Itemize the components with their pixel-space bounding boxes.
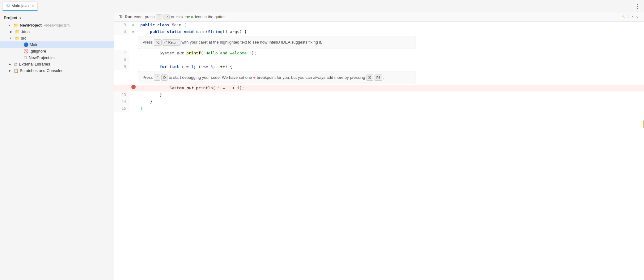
code-content-bp: System.out.println("i = " + i); xyxy=(138,85,644,91)
code-line-8: 8 xyxy=(114,57,644,63)
main-label: Main xyxy=(30,42,38,47)
code-line-15: 15 } xyxy=(114,105,644,112)
key-option: ⌥ xyxy=(154,39,162,46)
gutter-bp[interactable] xyxy=(129,85,138,89)
code-line-3: 3 ▶ public class Main { xyxy=(114,22,644,28)
project-header[interactable]: Project ∨ xyxy=(0,14,114,22)
java-icon-main: 🔵 xyxy=(23,42,28,47)
run-arrow-3[interactable]: ▶ xyxy=(133,22,135,28)
key-d: D xyxy=(161,74,167,81)
code-line-13: 13 } xyxy=(114,91,644,98)
sidebar-item-newproject[interactable]: ▾ 📁 NewProject ~/IdeaProjects/N... xyxy=(0,22,114,28)
code-content-15: } xyxy=(138,105,644,112)
line-num-8: 8 xyxy=(114,57,129,63)
code-line-14: 14 } xyxy=(114,98,644,105)
code-lines: 3 ▶ public class Main { 4 ▶ public stati… xyxy=(114,22,644,112)
sidebar-item-gitignore[interactable]: 🚫 .gitignore xyxy=(0,48,114,54)
newproject-label: NewProject xyxy=(20,23,42,28)
code-line-9: 9 for (int i = 1; i <= 5; i++) { xyxy=(114,63,644,70)
code-content-13: } xyxy=(138,91,644,98)
project-label: Project xyxy=(4,15,17,20)
tab-close-button[interactable]: × xyxy=(32,4,34,8)
hint-to: To xyxy=(119,15,124,19)
key-return: ⏎ Return xyxy=(163,39,180,46)
chevron-extlibs: ▶ xyxy=(9,62,12,66)
r-label: R xyxy=(165,15,168,19)
ctrl-symbol: ⌃ xyxy=(158,15,160,19)
line-num-3: 3 xyxy=(114,22,129,28)
sidebar: Project ∨ ▾ 📁 NewProject ~/IdeaProjects/… xyxy=(0,12,114,280)
code-line-4: 4 ▶ public static void main(String[] arg… xyxy=(114,28,644,35)
chevron-scratches: ▶ xyxy=(9,69,12,72)
scratches-icon: 📋 xyxy=(14,68,19,73)
folder-icon-newproject: 📁 xyxy=(14,23,19,28)
line-num-15: 15 xyxy=(114,105,129,112)
iml-icon: 🗒 xyxy=(23,55,28,60)
code-content-7: System.out.printf("Hello and welcome!"); xyxy=(138,50,644,57)
iml-label: NewProject.iml xyxy=(29,55,56,60)
project-chevron: ∨ xyxy=(19,16,21,19)
chevron-down-btn[interactable]: ∨ xyxy=(636,15,639,19)
breakpoint-dot[interactable] xyxy=(131,85,136,89)
sidebar-item-idea[interactable]: ▶ 📁 .idea xyxy=(0,28,114,35)
line-num-7: 7 xyxy=(114,50,129,57)
gitignore-label: .gitignore xyxy=(30,49,46,53)
code-line-7: 7 System.out.printf("Hello and welcome!"… xyxy=(114,50,644,57)
warning-icon: ⚠ xyxy=(621,15,625,19)
more-options-button[interactable]: ⋮ xyxy=(633,2,642,11)
tab-bar-right: ⋮ xyxy=(633,2,642,11)
idea-label: .idea xyxy=(21,29,30,34)
code-line-breakpoint: System.out.println("i = " + i); xyxy=(114,85,644,91)
right-scroll-indicator xyxy=(643,121,644,128)
tab-bar-left: © Main.java × xyxy=(2,1,38,11)
tab-bar: © Main.java × ⋮ xyxy=(0,0,644,12)
hint-code-press: code, press xyxy=(134,15,155,19)
line-num-13: 13 xyxy=(114,91,129,98)
git-icon-gitignore: 🚫 xyxy=(23,49,28,53)
java-file-icon: © xyxy=(6,3,10,8)
key-ctrl: ⌃ xyxy=(156,14,162,19)
key-r: R xyxy=(163,15,170,19)
code-content-8 xyxy=(138,57,644,63)
tooltip-1: Press ⌥ ⏎ Return with your caret at the … xyxy=(114,36,644,49)
sidebar-item-scratches[interactable]: ▶ 📋 Scratches and Consoles xyxy=(0,67,114,74)
hint-gutter: icon in the gutter. xyxy=(195,15,226,19)
chevron-idea: ▶ xyxy=(10,30,14,33)
hint-bar-text: To Run code, press ⌃ R or click the ▶ ic… xyxy=(119,14,226,19)
code-content-14: } xyxy=(138,98,644,105)
folder-icon-src: 📁 xyxy=(15,36,20,40)
newproject-path: ~/IdeaProjects/N... xyxy=(43,23,74,28)
breakpoint-inline-icon: ● xyxy=(253,75,256,80)
hint-or-click: or click the xyxy=(171,15,190,19)
sidebar-item-src[interactable]: ▾ 📁 src xyxy=(0,35,114,41)
main-java-tab[interactable]: © Main.java × xyxy=(2,1,38,11)
code-content-4: public static void main(String[] args) { xyxy=(138,28,644,35)
run-arrow-4[interactable]: ▶ xyxy=(133,28,135,35)
tooltip-2: Press ⌃ D to start debugging your code. … xyxy=(114,71,644,84)
sidebar-item-external-libraries[interactable]: ▶ 🗂 External Libraries xyxy=(0,61,114,67)
line-num-14: 14 xyxy=(114,98,129,105)
gutter-3[interactable]: ▶ xyxy=(129,22,138,28)
extlib-icon: 🗂 xyxy=(14,62,18,66)
editor-area: To Run code, press ⌃ R or click the ▶ ic… xyxy=(114,12,644,280)
chevron-src: ▾ xyxy=(10,36,14,40)
code-editor[interactable]: 3 ▶ public class Main { 4 ▶ public stati… xyxy=(114,22,644,280)
extlib-label: External Libraries xyxy=(19,62,50,66)
tab-label: Main.java xyxy=(11,3,29,8)
play-icon: ▶ xyxy=(191,15,194,19)
warning-count: 1 xyxy=(627,15,629,19)
gutter-4[interactable]: ▶ xyxy=(129,28,138,35)
sidebar-item-iml[interactable]: 🗒 NewProject.iml xyxy=(0,54,114,61)
hint-run-bold: Run xyxy=(125,15,133,19)
folder-icon-idea: 📁 xyxy=(15,29,20,34)
src-label: src xyxy=(21,36,26,40)
code-content-9: for (int i = 1; i <= 5; i++) { xyxy=(138,63,644,70)
line-num-4: 4 xyxy=(114,28,129,35)
main-layout: Project ∨ ▾ 📁 NewProject ~/IdeaProjects/… xyxy=(0,12,644,280)
hint-bar-right: ⚠ 1 ∧ ∨ xyxy=(621,15,639,19)
key-ctrl-debug: ⌃ xyxy=(154,74,160,81)
hint-bar: To Run code, press ⌃ R or click the ▶ ic… xyxy=(114,12,644,22)
key-cmd: ⌘ xyxy=(366,74,373,81)
sidebar-item-main[interactable]: 🔵 Main xyxy=(0,41,114,48)
chevron-up-btn[interactable]: ∧ xyxy=(631,15,634,19)
